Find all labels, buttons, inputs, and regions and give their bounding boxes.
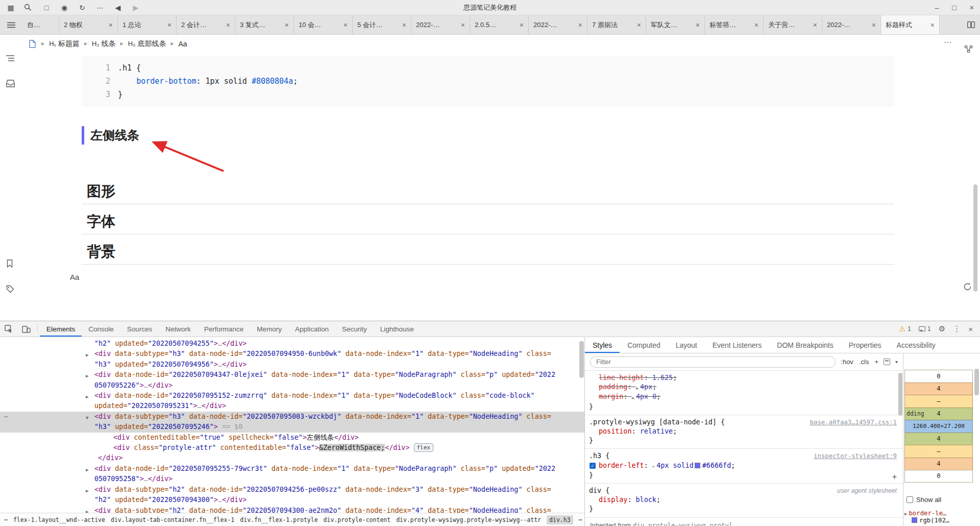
h2-heading[interactable]: 图形 — [82, 174, 894, 204]
style-rule[interactable]: .protyle-wysiwyg [data-node-id] {base.a0… — [585, 415, 903, 449]
refresh-icon[interactable]: ↻ — [78, 4, 87, 12]
document-tab[interactable]: 7 票据法× — [587, 15, 646, 34]
h2-heading[interactable]: 字体 — [82, 204, 894, 234]
sidebar-tab-layout[interactable]: Layout — [668, 337, 705, 353]
document-tab[interactable]: 军队文…× — [646, 15, 705, 34]
dom-tree-line[interactable]: ▶<div data-subtype="h3" data-node-id="20… — [0, 349, 584, 359]
dom-tree-line[interactable]: "h3" updated="20220507094956">…</div> — [0, 360, 584, 370]
devtools-tab-network[interactable]: Network — [159, 321, 198, 337]
tab-close-icon[interactable]: × — [578, 21, 582, 29]
dom-tree-line[interactable]: updated="20220507095231">…</div> — [0, 401, 584, 411]
document-icon[interactable] — [29, 40, 36, 48]
dom-tree-line[interactable]: "h3" updated="20220507095246"> == $0 — [0, 422, 584, 432]
tab-close-icon[interactable]: × — [637, 21, 641, 29]
dom-tree-line[interactable]: 0507095258">…</div> — [0, 474, 584, 484]
style-toggle-hov[interactable]: :hov — [841, 358, 853, 366]
record-icon[interactable]: ◉ — [60, 4, 69, 12]
css-property[interactable]: padding: ▸4px; — [589, 382, 898, 392]
dom-crumb[interactable]: div.fn__flex-1.protyle — [240, 516, 317, 523]
collapse-icon[interactable]: ▼ — [86, 413, 88, 423]
dom-tree-line[interactable]: ⋯▼<div data-subtype="h3" data-node-id="2… — [0, 412, 584, 422]
dom-tree-line[interactable]: ▶<div data-subtype="h2" data-node-id="20… — [0, 485, 584, 495]
dom-tree-line[interactable]: "h2" updated="20220507094255">…</div> — [0, 339, 584, 349]
devtools-tab-performance[interactable]: Performance — [198, 321, 250, 337]
css-property[interactable]: ✓border-left: ▸4px solid#6666fd; — [589, 461, 898, 471]
css-property[interactable]: position: relative; — [589, 427, 898, 436]
console-message-badge[interactable]: 1 — [919, 325, 931, 332]
tab-close-icon[interactable]: × — [226, 21, 230, 29]
devtools-tab-elements[interactable]: Elements — [40, 321, 82, 337]
editor[interactable]: 1.h1 {2 border-bottom: 1px solid #808080… — [22, 53, 980, 321]
css-selector[interactable]: .protyle-wysiwyg [data-node-id] { — [589, 418, 725, 426]
expand-icon[interactable]: ▶ — [904, 511, 907, 516]
expand-icon[interactable]: ▶ — [86, 465, 88, 475]
dom-crumb[interactable]: div.protyle-content — [324, 516, 391, 523]
inbox-icon[interactable] — [6, 80, 15, 87]
tab-close-icon[interactable]: × — [520, 21, 524, 29]
dom-tree-line[interactable]: ▶<div data-subtype="h2" data-node-id="20… — [0, 506, 584, 513]
split-view-icon[interactable] — [967, 21, 975, 28]
dom-crumb[interactable]: div.h3 — [547, 515, 573, 524]
dom-tree-line[interactable]: <div contenteditable="true" spellcheck="… — [0, 433, 584, 443]
code-block[interactable]: 1.h1 {2 border-bottom: 1px solid #808080… — [82, 56, 894, 107]
css-property[interactable]: line-height: 1.625; — [589, 373, 898, 382]
dom-tree-line[interactable]: <div class="protyle-attr" contenteditabl… — [0, 443, 584, 453]
css-source-link[interactable]: base.a0faa3…14597.css:1 — [810, 418, 897, 427]
style-rule[interactable]: .h3 {inspector-stylesheet:9✓border-left:… — [585, 449, 903, 484]
dom-crumb[interactable]: div.layout-tab-container.fn__flex-1 — [111, 516, 234, 523]
expand-icon[interactable]: ▶ — [86, 486, 88, 496]
sidebar-tab-properties[interactable]: Properties — [841, 337, 889, 353]
style-rule[interactable]: line-height: 1.625;padding: ▸4px;margin:… — [585, 371, 903, 415]
flex-badge[interactable]: flex — [414, 443, 434, 452]
computed-property[interactable]: ▶border-le…rgb(102… — [904, 510, 973, 524]
search-icon[interactable] — [24, 4, 33, 11]
tab-close-icon[interactable]: × — [285, 21, 289, 29]
workspace-icon[interactable]: ▦ — [6, 4, 15, 12]
expand-icon[interactable]: ▶ — [86, 507, 88, 513]
graph-icon[interactable] — [964, 45, 973, 53]
doc-tree-icon[interactable] — [6, 55, 14, 62]
sidebar-tab-styles[interactable]: Styles — [585, 337, 620, 353]
dom-crumb[interactable]: div.protyle-wysiwyg.protyle-wysiwyg--att… — [396, 516, 541, 523]
breadcrumb-item[interactable]: Aa — [179, 40, 187, 48]
dom-tree-line[interactable]: "h2" updated="20220507094300">…</div> — [0, 495, 584, 505]
document-tab[interactable]: 3 复式…× — [235, 15, 294, 34]
devtools-tab-console[interactable]: Console — [82, 321, 120, 337]
tab-close-icon[interactable]: × — [872, 21, 876, 29]
editor-scrollbar-thumb[interactable] — [973, 184, 977, 292]
h3-heading[interactable]: 左侧线条 — [82, 126, 980, 145]
css-selector[interactable]: .h3 { — [589, 452, 609, 460]
style-rule[interactable]: div {user agent stylesheetdisplay: block… — [585, 484, 903, 518]
inspect-element-icon[interactable] — [0, 321, 17, 337]
dom-tree-line[interactable]: </div> — [0, 453, 584, 463]
bookmark-icon[interactable] — [6, 259, 13, 268]
dom-tree-line[interactable]: ▶<div data-node-id="20220507095255-79wcr… — [0, 464, 584, 474]
document-tab[interactable]: 5 会计…× — [353, 15, 411, 34]
minimize-button[interactable]: – — [935, 4, 939, 12]
expand-icon[interactable]: ▶ — [86, 392, 88, 402]
sidebar-tab-dom-breakpoints[interactable]: DOM Breakpoints — [769, 337, 841, 353]
document-tab[interactable]: 2022-…× — [411, 15, 470, 34]
tab-close-icon[interactable]: × — [167, 21, 172, 29]
document-tab[interactable]: 2 会计…× — [177, 15, 235, 34]
dom-crumb[interactable]: flex-1.layout__wnd--active — [13, 516, 105, 523]
document-tab[interactable]: 关于营…× — [764, 15, 822, 34]
devtools-more-icon[interactable]: ⋮ — [953, 324, 961, 333]
tab-close-icon[interactable]: × — [461, 21, 465, 29]
show-all-checkbox[interactable] — [906, 496, 913, 503]
breadcrumb-item[interactable]: H₃底部线条 — [128, 39, 166, 49]
style-toggle-[interactable]: + — [874, 358, 878, 366]
expand-icon[interactable]: ▶ — [86, 371, 88, 381]
document-tab[interactable]: 1 总论× — [118, 15, 177, 34]
tab-close-icon[interactable]: × — [344, 21, 348, 29]
document-tab[interactable]: 标签搭…× — [705, 15, 764, 34]
tab-close-icon[interactable]: × — [930, 21, 935, 29]
devtools-tab-memory[interactable]: Memory — [250, 321, 288, 337]
expand-icon[interactable]: ▶ — [86, 350, 88, 360]
breadcrumb-item[interactable]: H₁标题篇 — [49, 39, 80, 49]
history-icon[interactable] — [963, 282, 972, 291]
dom-tree-line[interactable]: ▶<div data-node-id="20220507095152-zumzr… — [0, 391, 584, 401]
style-toggle-cls[interactable]: .cls — [859, 358, 869, 366]
close-button[interactable]: × — [970, 4, 974, 12]
document-tab[interactable]: 2.0.5…× — [470, 15, 529, 34]
